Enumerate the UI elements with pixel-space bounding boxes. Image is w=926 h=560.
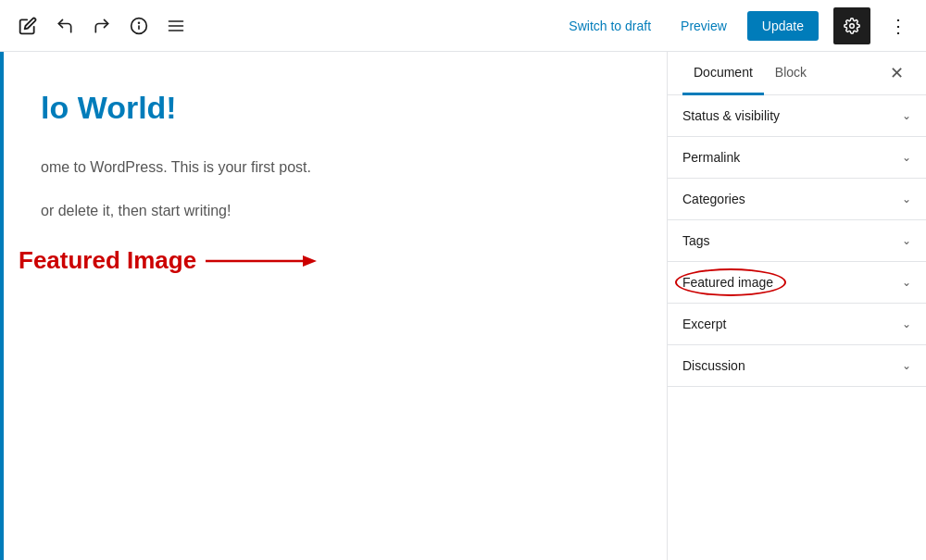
panel-label: Excerpt	[682, 317, 726, 331]
annotation-label: Featured Image	[19, 246, 196, 275]
chevron-down-icon: ⌄	[902, 276, 911, 289]
panel-tags[interactable]: Tags ⌄	[668, 220, 926, 262]
svg-marker-8	[303, 255, 317, 267]
sidebar-panels: Status & visibility ⌄ Permalink ⌄ Catego…	[668, 95, 926, 387]
svg-point-6	[850, 23, 855, 28]
annotation-arrow	[206, 250, 317, 272]
switch-to-draft-button[interactable]: Switch to draft	[559, 13, 660, 39]
tab-document[interactable]: Document	[682, 52, 764, 95]
panel-featured-image[interactable]: Featured image ⌄	[668, 262, 926, 304]
preview-button[interactable]: Preview	[671, 13, 736, 39]
panel-label: Categories	[682, 192, 745, 206]
toolbar: Switch to draft Preview Update ⋮	[0, 0, 926, 52]
edit-icon-button[interactable]	[11, 11, 44, 41]
sidebar-close-button[interactable]: ✕	[882, 56, 911, 91]
panel-label: Featured image	[682, 275, 773, 290]
chevron-down-icon: ⌄	[902, 193, 911, 205]
undo-button[interactable]	[48, 11, 81, 41]
toolbar-left	[11, 11, 559, 41]
post-paragraph-1: ome to WordPress. This is your first pos…	[41, 155, 630, 180]
main-layout: lo World! ome to WordPress. This is your…	[0, 52, 926, 560]
panel-discussion[interactable]: Discussion ⌄	[668, 345, 926, 387]
tab-block[interactable]: Block	[764, 52, 818, 95]
post-title: lo World!	[41, 89, 630, 127]
toolbar-center: Switch to draft Preview Update ⋮	[559, 7, 915, 44]
panel-excerpt[interactable]: Excerpt ⌄	[668, 304, 926, 345]
panel-label: Permalink	[682, 150, 740, 165]
annotation-overlay: Featured Image	[19, 246, 317, 275]
sidebar-tabs: Document Block ✕	[668, 52, 926, 95]
settings-button[interactable]	[833, 7, 870, 44]
panel-categories[interactable]: Categories ⌄	[668, 179, 926, 220]
update-button[interactable]: Update	[747, 11, 819, 41]
panel-status-visibility[interactable]: Status & visibility ⌄	[668, 95, 926, 137]
info-button[interactable]	[122, 11, 156, 41]
chevron-down-icon: ⌄	[902, 109, 911, 122]
panel-label: Status & visibility	[682, 108, 780, 123]
sidebar: Document Block ✕ Status & visibility ⌄ P…	[667, 52, 926, 560]
chevron-down-icon: ⌄	[902, 234, 911, 247]
chevron-down-icon: ⌄	[902, 359, 911, 372]
more-options-button[interactable]: ⋮	[882, 9, 915, 43]
panel-permalink[interactable]: Permalink ⌄	[668, 137, 926, 179]
panel-label: Discussion	[682, 358, 745, 373]
panel-label: Tags	[682, 233, 710, 248]
redo-button[interactable]	[85, 11, 119, 41]
post-paragraph-2: or delete it, then start writing!	[41, 198, 630, 223]
chevron-down-icon: ⌄	[902, 317, 911, 330]
content-area[interactable]: lo World! ome to WordPress. This is your…	[0, 52, 667, 560]
chevron-down-icon: ⌄	[902, 151, 911, 164]
list-view-button[interactable]	[159, 11, 193, 41]
